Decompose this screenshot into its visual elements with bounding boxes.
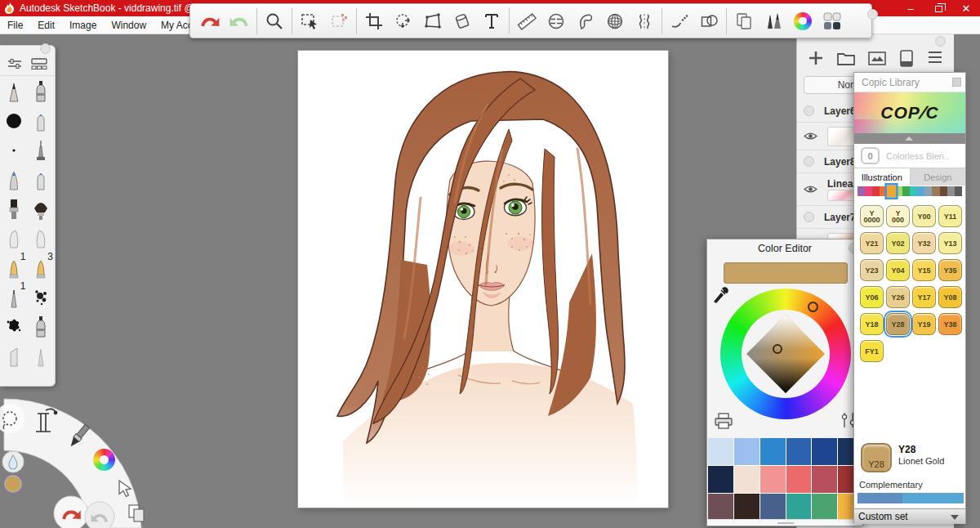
copic-swatch-Y19[interactable]: Y19 [912,313,936,335]
menu-item-edit[interactable]: Edit [38,20,55,31]
lagoon-undo-button[interactable] [54,496,88,528]
editor-swatch-3[interactable] [786,438,812,465]
copic-swatch-Y06[interactable]: Y06 [860,286,884,308]
brush-chisel-2[interactable] [0,341,28,370]
editor-swatch-1[interactable] [734,438,760,465]
copic-swatch-Y15[interactable]: Y15 [912,259,936,281]
brush-fine-marker[interactable] [28,105,56,135]
visibility-off-icon[interactable] [804,212,814,222]
brush-pencil[interactable] [0,76,28,105]
french-curve-icon[interactable] [571,6,600,37]
brush-airbrush[interactable] [0,164,28,194]
layers-panel-notch[interactable] [935,36,946,47]
copic-swatch-Y32[interactable]: Y32 [912,232,936,254]
copic-swatch-Y35[interactable]: Y35 [938,259,962,281]
restore-button[interactable] [924,0,952,16]
undo-button[interactable] [195,6,225,37]
tab-illustration[interactable]: Illustration [854,168,911,186]
folder-icon[interactable] [836,49,856,69]
deselect-tool-icon[interactable] [324,6,354,37]
brush-smudge-soft[interactable] [28,223,56,253]
marker-page-icon[interactable] [898,49,915,69]
copic-swatch-Y28[interactable]: Y28 [886,313,910,335]
brush-smudge[interactable] [0,223,28,253]
symmetry-tool-icon[interactable] [630,6,659,37]
shapes-tool-icon[interactable] [694,6,724,37]
visibility-eye-icon[interactable] [804,132,817,141]
copic-swatch-Y02[interactable]: Y02 [886,232,910,254]
layer-pages-icon[interactable] [729,6,759,37]
redo-button[interactable] [225,6,254,37]
ellipse-guide-icon[interactable] [541,6,571,37]
blender-swatch[interactable]: 0 [861,147,880,164]
family-swatch-13[interactable] [955,186,962,196]
brush-settings-icon[interactable] [7,57,23,70]
editor-swatch-2[interactable] [760,438,786,465]
editor-swatch-16[interactable] [812,494,837,521]
brush-tiny-dot[interactable] [0,135,28,164]
add-layer-icon[interactable] [807,49,825,69]
select-tool-icon[interactable] [295,6,324,37]
brush-library-icon[interactable] [759,6,788,37]
copic-close-button[interactable] [952,78,961,87]
brush-copic-nib-1[interactable]: 1 [0,253,28,282]
family-swatch-12[interactable] [947,186,955,196]
brush-flat[interactable] [0,194,28,223]
brush-splatter[interactable] [28,282,56,311]
family-swatch-6[interactable] [902,186,910,196]
hue-wheel[interactable] [720,289,851,419]
editor-swatch-12[interactable] [708,494,733,521]
copic-swatch-Y000[interactable]: Y000 [886,205,910,227]
editor-swatch-4[interactable] [812,438,837,465]
colorless-blender-row[interactable]: 0 Colorless Blen.. [854,144,965,168]
brush-cone[interactable] [28,341,56,370]
current-color-swatch[interactable] [724,262,848,284]
tab-design[interactable]: Design [911,168,966,186]
copic-swatch-FY1[interactable]: FY1 [860,340,884,362]
copic-swatch-Y18[interactable]: Y18 [860,313,884,335]
brush-ink-blob[interactable] [0,311,28,341]
editor-swatch-0[interactable] [708,438,733,465]
brush-airbrush-2[interactable] [28,311,56,341]
droplet-button[interactable] [2,451,24,472]
copic-swatch-Y11[interactable]: Y11 [938,205,962,227]
brush-fan[interactable] [28,194,56,223]
hue-indicator[interactable] [808,302,818,312]
copic-swatch-Y21[interactable]: Y21 [860,232,884,254]
brush-technical-pen[interactable] [28,135,56,164]
zoom-tool-icon[interactable] [260,6,289,37]
copic-swatch-Y17[interactable]: Y17 [912,286,936,308]
brush-copic-nib-3[interactable]: 3 [28,253,56,282]
color-wheel-icon[interactable] [788,6,817,37]
close-button[interactable]: ✕ [952,0,980,16]
lagoon-color-wheel-icon[interactable] [93,449,115,471]
minimize-button[interactable]: – [897,0,924,16]
perspective-tool-icon[interactable] [600,6,630,37]
interface-icon[interactable] [817,6,847,37]
family-swatch-8[interactable] [917,186,924,196]
copic-swatch-Y38[interactable]: Y38 [938,313,962,335]
brush-liner[interactable]: 1 [0,282,28,311]
steady-stroke-icon[interactable] [665,6,694,37]
family-swatch-9[interactable] [924,186,932,196]
copic-swatch-Y00[interactable]: Y00 [912,205,936,227]
menu-item-file[interactable]: File [7,20,23,31]
fill-tool-icon[interactable] [448,6,477,37]
editor-swatch-15[interactable] [786,494,812,521]
editor-swatch-10[interactable] [812,466,837,493]
transform-tool-icon[interactable] [389,6,418,37]
visibility-eye-icon[interactable] [804,185,817,194]
family-swatch-0[interactable] [858,186,865,196]
image-icon[interactable] [867,49,887,69]
copic-swatch-Y23[interactable]: Y23 [860,259,884,281]
copic-swatch-Y04[interactable]: Y04 [886,259,910,281]
brush-sets-icon[interactable] [30,57,48,70]
text-tool-icon[interactable] [477,6,506,37]
editor-swatch-7[interactable] [734,466,760,493]
editor-swatch-6[interactable] [708,466,733,493]
family-swatch-7[interactable] [910,186,917,196]
custom-set-dropdown[interactable]: Custom set [854,508,965,524]
eyedropper-icon[interactable] [712,287,728,303]
lagoon-redo-button[interactable] [85,502,114,528]
copic-swatch-Y08[interactable]: Y08 [938,286,962,308]
